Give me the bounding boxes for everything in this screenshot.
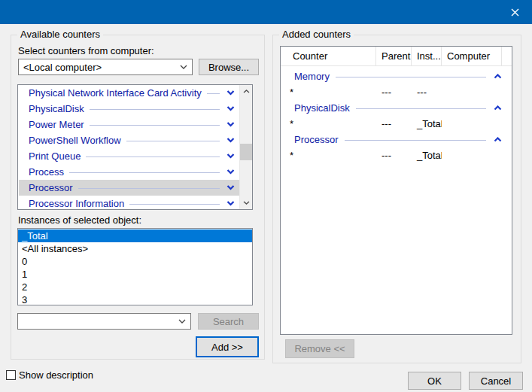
counter-row[interactable]: Print Queue [19,148,239,164]
instance-item[interactable]: 2 [18,281,252,293]
leader-line [90,109,220,110]
counter-group-header[interactable]: Processor [281,132,512,147]
chevron-down-icon[interactable] [226,90,235,96]
leader-line [86,156,220,157]
leader-line [356,108,486,109]
chevron-down-icon[interactable] [226,122,235,127]
cell-parent: --- [376,87,412,98]
browse-button-label: Browse... [208,62,249,73]
leader-line [207,93,220,94]
remove-button-label: Remove << [294,343,345,354]
counter-row[interactable]: Power Meter [19,117,239,132]
counter-row[interactable]: Process [19,164,239,180]
search-combobox[interactable] [17,313,191,330]
show-description-checkbox[interactable] [6,370,16,380]
chevron-down-icon[interactable] [226,106,235,111]
counter-name: Processor Information [29,198,124,209]
chevron-down-icon[interactable] [226,153,235,159]
computer-combobox[interactable]: <Local computer> [18,59,193,75]
counter-row[interactable]: Physical Network Interface Card Activity [19,85,239,101]
cell-instance: --- [412,87,442,98]
search-button[interactable]: Search [198,313,259,330]
column-header-instance[interactable]: Inst... [412,47,442,65]
leader-line [336,77,486,77]
ok-button-label: OK [427,375,442,387]
counter-name: Process [29,166,64,178]
instance-item-selected[interactable]: _Total [18,229,252,242]
counter-name: Print Queue [29,150,81,162]
cell-counter: * [281,150,376,161]
chevron-down-icon[interactable] [174,319,190,324]
counter-row[interactable]: PowerShell Workflow [19,132,239,148]
close-icon [511,8,519,17]
counter-name: Power Meter [29,119,84,130]
close-button[interactable] [498,0,532,24]
chevron-down-icon[interactable] [226,201,235,206]
group-name: Memory [294,71,330,82]
cell-counter: * [281,118,376,129]
select-counters-label: Select counters from computer: [18,45,154,56]
counter-row-selected[interactable]: Processor [19,180,239,196]
chevron-down-icon[interactable] [226,138,235,143]
cell-instance: _Total [412,118,442,129]
table-row[interactable]: * --- --- [281,84,512,100]
ok-button[interactable]: OK [408,372,461,390]
counter-name: Physical Network Interface Card Activity [29,87,202,99]
counter-row[interactable]: PhysicalDisk [19,101,239,117]
table-body: Memory * --- --- PhysicalDisk * --- _Tot… [281,66,512,163]
scroll-down-icon[interactable] [240,196,253,209]
table-row[interactable]: * --- _Total [281,116,512,132]
leader-line [345,140,486,141]
instances-list[interactable]: _Total <All instances> 0 1 2 3 [17,228,253,305]
counter-group-header[interactable]: Memory [281,68,512,84]
add-counters-dialog: Available counters Select counters from … [0,0,532,392]
chevron-up-icon[interactable] [494,74,502,79]
add-button[interactable]: Add >> [196,336,259,357]
instance-item[interactable]: 1 [18,268,252,281]
chevron-down-icon[interactable] [226,185,235,190]
counter-group-header[interactable]: PhysicalDisk [281,100,512,116]
leader-line [90,125,220,126]
column-header-parent[interactable]: Parent [376,47,412,65]
column-header-computer[interactable]: Computer [442,47,502,65]
leader-line [129,204,220,205]
counters-rows: Physical Network Interface Card Activity… [19,85,239,210]
chevron-up-icon[interactable] [494,137,502,142]
table-header: Counter Parent Inst... Computer [281,47,512,66]
counter-name: PowerShell Workflow [29,135,121,146]
remove-button[interactable]: Remove << [285,339,354,358]
cell-parent: --- [376,150,412,161]
search-button-label: Search [213,316,244,327]
cell-instance: _Total [412,150,442,161]
chevron-down-icon[interactable] [226,169,235,175]
group-name: Processor [294,134,339,145]
counter-name: PhysicalDisk [29,103,84,114]
added-counters-group-label: Added counters [279,29,354,40]
table-row[interactable]: * --- _Total [281,147,512,163]
counters-list[interactable]: Physical Network Interface Card Activity… [17,84,253,210]
leader-line [69,172,220,173]
instance-item[interactable]: <All instances> [18,242,252,255]
instance-item[interactable]: 0 [18,255,252,268]
group-name: PhysicalDisk [294,102,350,114]
cell-counter: * [281,87,376,98]
added-counters-table[interactable]: Counter Parent Inst... Computer Memory *… [280,46,512,335]
scroll-up-icon[interactable] [240,85,253,98]
instance-item[interactable]: 3 [18,293,252,305]
cell-parent: --- [376,118,412,129]
counters-scrollbar[interactable] [239,85,252,209]
leader-line [126,141,220,141]
cancel-button[interactable]: Cancel [469,372,523,390]
computer-combobox-value: <Local computer> [19,62,175,73]
leader-line [78,188,220,189]
column-header-counter[interactable]: Counter [281,47,376,65]
counter-name: Processor [29,182,73,193]
cancel-button-label: Cancel [481,375,511,387]
scrollbar-thumb[interactable] [240,144,253,160]
chevron-down-icon[interactable] [175,65,192,69]
browse-button[interactable]: Browse... [199,59,259,75]
title-bar [0,0,532,24]
counter-row[interactable]: Processor Information [19,196,239,210]
chevron-up-icon[interactable] [494,105,502,111]
available-counters-group-label: Available counters [17,29,103,40]
